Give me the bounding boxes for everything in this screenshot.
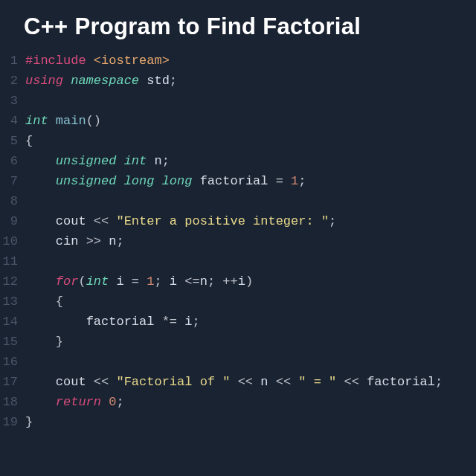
token-punct: ; — [208, 274, 215, 289]
token-ident: factorial — [86, 315, 155, 329]
token-op: = — [276, 174, 283, 188]
token-punct: } — [56, 335, 63, 349]
token-punct: ; — [435, 375, 443, 389]
line-number: 17 — [1, 372, 18, 392]
token-op: *= — [162, 315, 177, 329]
token-ident: cout — [56, 375, 86, 389]
token-punct: } — [25, 415, 33, 429]
code-editor: 1 2 3 4 5 6 7 8 9 10 11 12 13 14 15 16 1… — [0, 51, 476, 432]
token-punct: ) — [245, 274, 253, 289]
token-func: main — [56, 114, 86, 128]
code-line: { — [25, 131, 476, 151]
code-line: factorial *= i; — [25, 312, 476, 332]
line-number: 18 — [1, 392, 18, 412]
token-punct: ; — [329, 214, 336, 228]
code-line: for(int i = 1; i <=n; ++i) — [25, 271, 476, 292]
code-line: #include <iostream> — [25, 51, 476, 71]
token-number: 0 — [109, 395, 116, 409]
token-punct: ; — [298, 174, 306, 188]
code-line: cin >> n; — [25, 231, 476, 251]
code-line: unsigned long long factorial = 1; — [25, 171, 476, 191]
line-number: 7 — [1, 171, 18, 191]
code-line: } — [25, 332, 476, 352]
token-op: >> — [86, 234, 101, 248]
token-op: << — [94, 375, 109, 389]
token-keyword: namespace — [71, 74, 139, 88]
token-number: 1 — [291, 174, 298, 188]
token-keyword: return — [56, 395, 101, 409]
token-type: long — [124, 174, 155, 188]
token-preproc: #include — [25, 54, 86, 68]
code-line: { — [25, 292, 476, 312]
code-line: int main() — [25, 111, 476, 131]
line-number: 9 — [1, 211, 18, 231]
token-ident: i — [184, 315, 192, 329]
token-ident: n — [109, 234, 116, 248]
token-keyword: for — [56, 274, 79, 289]
code-line: using namespace std; — [25, 71, 476, 91]
line-number: 11 — [1, 251, 18, 271]
token-op: << — [94, 214, 109, 228]
token-ident: n — [260, 375, 268, 389]
page-title: C++ Program to Find Factorial — [0, 0, 476, 51]
code-line — [25, 191, 476, 211]
token-punct: ; — [192, 315, 199, 329]
token-number: 1 — [147, 274, 154, 289]
token-punct: () — [86, 114, 101, 128]
token-ident: cout — [56, 214, 86, 228]
code-line — [25, 352, 476, 372]
line-number: 10 — [1, 231, 18, 251]
token-punct: ( — [78, 274, 86, 289]
line-number: 6 — [1, 151, 18, 171]
token-type: int — [124, 154, 147, 168]
line-number: 1 — [1, 51, 18, 71]
code-line — [25, 251, 476, 271]
code-line: unsigned int n; — [25, 151, 476, 171]
token-type: unsigned — [56, 174, 117, 188]
token-ident: i — [170, 274, 177, 289]
token-string: "Factorial of " — [116, 375, 230, 389]
code-line: cout << "Factorial of " << n << " = " <<… — [25, 372, 476, 392]
token-punct: ; — [170, 74, 177, 88]
token-type: long — [162, 174, 193, 188]
token-punct: ; — [116, 395, 123, 409]
token-ident: i — [116, 274, 123, 289]
line-number: 3 — [1, 91, 18, 111]
token-punct: ; — [162, 154, 170, 168]
code-line: cout << "Enter a positive integer: "; — [25, 211, 476, 231]
token-ident: n — [200, 274, 208, 289]
token-op: ++ — [222, 274, 237, 289]
token-op: <= — [184, 274, 199, 289]
token-op: << — [344, 375, 359, 389]
line-number: 16 — [1, 352, 18, 372]
line-number: 12 — [1, 271, 18, 292]
token-punct: ; — [154, 274, 161, 289]
token-op: = — [132, 274, 139, 289]
token-ident: factorial — [367, 375, 435, 389]
token-ident: cin — [56, 234, 79, 248]
line-number: 13 — [1, 292, 18, 312]
token-ident: i — [238, 274, 245, 289]
token-type: unsigned — [56, 154, 117, 168]
code-line: return 0; — [25, 392, 476, 412]
line-number: 4 — [1, 111, 18, 131]
token-op: << — [238, 375, 253, 389]
token-ident: n — [154, 154, 161, 168]
token-string: " = " — [298, 375, 336, 389]
token-ident: std — [147, 74, 170, 88]
line-number: 15 — [1, 332, 18, 352]
token-punct: ; — [116, 234, 123, 248]
token-ident: factorial — [200, 174, 268, 188]
token-include-path: <iostream> — [94, 54, 170, 68]
line-number: 2 — [1, 71, 18, 91]
token-punct: { — [25, 134, 33, 148]
token-op: << — [276, 375, 291, 389]
line-number: 5 — [1, 131, 18, 151]
line-number: 8 — [1, 191, 18, 211]
line-number-gutter: 1 2 3 4 5 6 7 8 9 10 11 12 13 14 15 16 1… — [1, 51, 25, 432]
code-line: } — [25, 412, 476, 432]
token-punct: { — [56, 295, 63, 309]
line-number: 14 — [1, 312, 18, 332]
code-line — [25, 91, 476, 111]
code-content: #include <iostream> using namespace std;… — [25, 51, 476, 432]
